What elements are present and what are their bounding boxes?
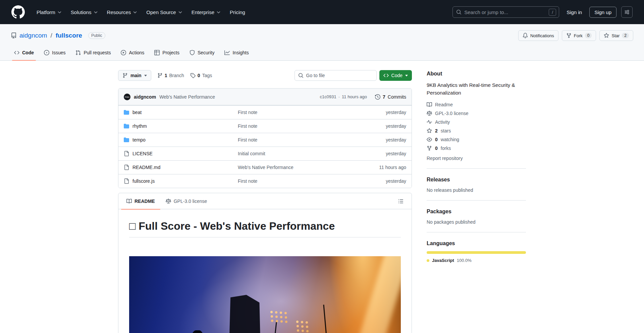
file-name-link[interactable]: README.md: [132, 165, 160, 170]
activity-link[interactable]: Activity: [427, 119, 526, 125]
repo-tabs: Code Issues Pull requests Actions Projec…: [11, 45, 633, 60]
about-section: About 9KB Analytics with Real-time Secur…: [427, 70, 526, 161]
breadcrumb-owner-link[interactable]: aidgncom: [19, 32, 47, 39]
tab-label: Security: [198, 50, 215, 55]
commit-time: 11 hours ago: [342, 94, 367, 99]
nav-item-label: Enterprise: [192, 9, 214, 15]
language-item-javascript[interactable]: JavaScript 100.0%: [427, 258, 526, 263]
releases-section: Releases No releases published: [427, 168, 526, 193]
nav-item-resources[interactable]: Resources: [103, 7, 141, 18]
commit-author-link[interactable]: aidgncom: [134, 94, 156, 100]
branches-link[interactable]: 1 Branch: [157, 73, 184, 78]
forks-stat[interactable]: 0 forks: [427, 146, 526, 151]
packages-empty-text: No packages published: [427, 219, 526, 225]
nav-item-pricing[interactable]: Pricing: [226, 7, 249, 18]
readme-link[interactable]: Readme: [427, 102, 526, 107]
nav-item-label: Platform: [37, 9, 55, 15]
bell-icon: [523, 33, 528, 38]
sign-in-link[interactable]: Sign in: [564, 7, 585, 17]
star-icon: [427, 128, 432, 133]
table-row[interactable]: README.md Web's Native Performance 11 ho…: [118, 160, 412, 174]
tab-code[interactable]: Code: [11, 45, 37, 60]
commit-history-link[interactable]: 7 Commits: [375, 94, 406, 100]
main-column: main 1 Branch 0 Tags Go to file: [118, 70, 412, 333]
file-commit-date: yesterday: [353, 151, 406, 156]
file-name-link[interactable]: LICENSE: [132, 151, 153, 156]
watching-label: watching: [441, 137, 459, 142]
latest-commit-bar: Aidgn aidgncom Web's Native Performance …: [118, 89, 412, 105]
nav-item-open-source[interactable]: Open Source: [143, 7, 185, 18]
search-input[interactable]: Search or jump to... /: [452, 6, 559, 18]
releases-title[interactable]: Releases: [427, 177, 526, 183]
tag-icon: [190, 73, 196, 78]
file-commit-message[interactable]: First note: [238, 123, 353, 129]
license-link[interactable]: GPL-3.0 license: [427, 111, 526, 116]
branch-select-button[interactable]: main: [118, 70, 151, 81]
nav-item-enterprise[interactable]: Enterprise: [188, 7, 224, 18]
releases-empty-text: No releases published: [427, 187, 526, 193]
file-commit-date: yesterday: [353, 110, 406, 115]
commit-sha-link[interactable]: c1c0931: [320, 94, 336, 99]
tab-insights[interactable]: Insights: [221, 45, 252, 60]
appearance-settings-button[interactable]: [621, 6, 633, 18]
table-row[interactable]: fullscore.js First note yesterday: [118, 174, 412, 188]
stars-stat[interactable]: 2 stars: [427, 128, 526, 133]
commit-message-link[interactable]: Web's Native Performance: [159, 94, 215, 100]
file-name-link[interactable]: fullscore.js: [132, 178, 155, 184]
report-repository-link[interactable]: Report repository: [427, 156, 526, 161]
file-commit-message[interactable]: Web's Native Performance: [238, 165, 353, 170]
packages-title[interactable]: Packages: [427, 209, 526, 215]
nav-item-label: Pricing: [230, 9, 245, 15]
code-icon: [383, 73, 389, 78]
file-commit-date: yesterday: [353, 123, 406, 129]
star-count: 2: [622, 33, 629, 38]
table-row[interactable]: LICENSE Initial commit yesterday: [118, 147, 412, 160]
book-icon: [126, 199, 132, 204]
file-name-link[interactable]: rhythm: [132, 123, 147, 129]
go-to-file-input[interactable]: Go to file: [294, 70, 377, 81]
star-button[interactable]: Star 2: [599, 30, 633, 41]
tab-security[interactable]: Security: [186, 45, 218, 60]
file-commit-message[interactable]: First note: [238, 110, 353, 115]
notifications-label: Notifications: [530, 33, 554, 38]
law-icon: [166, 199, 171, 204]
github-logo-icon[interactable]: [11, 5, 25, 19]
file-commit-message[interactable]: Initial commit: [238, 151, 353, 156]
tab-license[interactable]: GPL-3.0 license: [160, 193, 213, 209]
sign-up-button[interactable]: Sign up: [589, 7, 616, 18]
file-commit-message[interactable]: First note: [238, 178, 353, 184]
table-row[interactable]: beat First note yesterday: [118, 105, 412, 119]
file-name-link[interactable]: beat: [132, 110, 142, 115]
nav-item-label: Resources: [107, 9, 131, 15]
tab-readme[interactable]: README: [121, 193, 160, 209]
avatar[interactable]: Aidgn: [124, 94, 130, 100]
tab-pull-requests[interactable]: Pull requests: [72, 45, 114, 60]
file-name-link[interactable]: tempo: [132, 137, 146, 143]
about-description: 9KB Analytics with Real-time Security & …: [427, 81, 526, 97]
tab-issues[interactable]: Issues: [41, 45, 69, 60]
table-row[interactable]: tempo First note yesterday: [118, 133, 412, 147]
topnav-right: Search or jump to... / Sign in Sign up: [452, 6, 633, 18]
file-commit-date: yesterday: [353, 137, 406, 143]
graph-icon: [224, 50, 230, 55]
tab-projects[interactable]: Projects: [151, 45, 183, 60]
fork-button[interactable]: Fork 0: [562, 30, 596, 41]
readme-link-label: Readme: [435, 102, 453, 107]
notifications-button[interactable]: Notifications: [518, 30, 558, 41]
file-browser: Aidgn aidgncom Web's Native Performance …: [118, 88, 412, 188]
code-button-label: Code: [391, 73, 402, 78]
nav-item-solutions[interactable]: Solutions: [67, 7, 101, 18]
nav-item-platform[interactable]: Platform: [33, 7, 65, 18]
watching-stat[interactable]: 0 watching: [427, 137, 526, 142]
table-row[interactable]: rhythm First note yesterday: [118, 119, 412, 133]
code-dropdown-button[interactable]: Code: [379, 70, 412, 81]
breadcrumb-repo-link[interactable]: fullscore: [56, 32, 82, 39]
file-commit-message[interactable]: First note: [238, 137, 353, 143]
watching-count: 0: [435, 137, 438, 142]
tab-actions[interactable]: Actions: [117, 45, 148, 60]
outline-button[interactable]: [395, 196, 406, 207]
tags-link[interactable]: 0 Tags: [190, 73, 212, 78]
fork-label: Fork: [574, 33, 583, 38]
tags-count: 0: [198, 73, 200, 78]
table-icon: [154, 50, 160, 55]
